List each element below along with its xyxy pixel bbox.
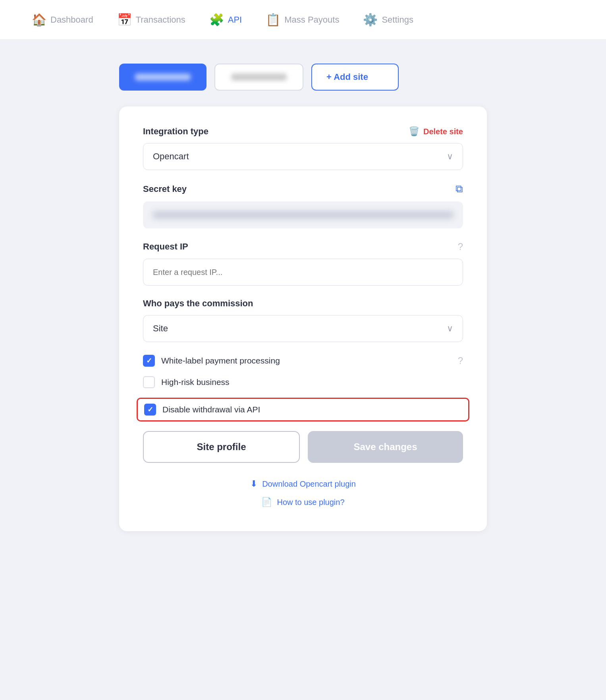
site-tab-inactive[interactable] bbox=[214, 64, 303, 91]
delete-site-label: Delete site bbox=[423, 127, 463, 136]
how-to-use-link[interactable]: 📄 How to use plugin? bbox=[261, 497, 344, 507]
secret-key-label: Secret key bbox=[143, 184, 187, 194]
nav-item-transactions[interactable]: 📅 Transactions bbox=[117, 9, 185, 31]
document-icon: 📄 bbox=[261, 497, 272, 507]
white-label-help-icon[interactable]: ? bbox=[458, 355, 463, 366]
secret-key-value bbox=[152, 211, 454, 219]
site-profile-label: Site profile bbox=[197, 441, 246, 452]
site-tab-inactive-label bbox=[231, 73, 287, 81]
nav-item-dashboard[interactable]: 🏠 Dashboard bbox=[32, 9, 93, 31]
nav-item-settings[interactable]: ⚙️ Settings bbox=[363, 9, 413, 31]
save-changes-button[interactable]: Save changes bbox=[308, 431, 463, 463]
help-icon[interactable]: ? bbox=[458, 241, 463, 252]
site-tabs-row: + Add site bbox=[119, 64, 487, 91]
nav-label-mass-payouts: Mass Payouts bbox=[284, 15, 339, 25]
integration-type-select[interactable]: Opencart ∨ bbox=[143, 143, 463, 170]
nav-item-mass-payouts[interactable]: 📋 Mass Payouts bbox=[266, 9, 339, 31]
main-content: + Add site Integration type 🗑️ Delete si… bbox=[0, 40, 606, 555]
disable-withdrawal-checkbox-label: Disable withdrawal via API bbox=[162, 405, 260, 414]
delete-site-button[interactable]: 🗑️ Delete site bbox=[409, 126, 463, 137]
request-ip-input[interactable] bbox=[143, 259, 463, 286]
nav-label-transactions: Transactions bbox=[136, 15, 185, 25]
commission-value: Site bbox=[153, 323, 168, 334]
trash-icon: 🗑️ bbox=[409, 126, 419, 137]
add-site-button[interactable]: + Add site bbox=[311, 64, 399, 91]
site-profile-button[interactable]: Site profile bbox=[143, 431, 300, 463]
high-risk-checkbox[interactable] bbox=[143, 376, 155, 388]
integration-type-header: Integration type 🗑️ Delete site bbox=[143, 126, 463, 137]
download-plugin-label: Download Opencart plugin bbox=[262, 480, 356, 489]
copy-icon[interactable]: ⧉ bbox=[455, 183, 463, 195]
card-links: ⬇ Download Opencart plugin 📄 How to use … bbox=[143, 479, 463, 507]
white-label-checkbox[interactable]: ✓ bbox=[143, 355, 155, 367]
nav-item-api[interactable]: 🧩 API bbox=[209, 9, 242, 31]
action-buttons: Site profile Save changes bbox=[143, 431, 463, 463]
integration-type-value: Opencart bbox=[153, 151, 189, 162]
checkmark-icon-2: ✓ bbox=[147, 405, 153, 414]
download-icon: ⬇ bbox=[250, 479, 257, 489]
commission-label: Who pays the commission bbox=[143, 298, 463, 309]
high-risk-checkbox-row: High-risk business bbox=[143, 376, 463, 388]
checkmark-icon: ✓ bbox=[146, 356, 152, 365]
mass-payouts-icon: 📋 bbox=[266, 13, 280, 27]
chevron-down-icon-2: ∨ bbox=[447, 323, 453, 334]
secret-key-field bbox=[143, 201, 463, 228]
settings-card: Integration type 🗑️ Delete site Opencart… bbox=[119, 106, 487, 531]
secret-key-header: Secret key ⧉ bbox=[143, 183, 463, 195]
commission-select[interactable]: Site ∨ bbox=[143, 315, 463, 342]
request-ip-label: Request IP bbox=[143, 242, 188, 252]
nav-label-settings: Settings bbox=[382, 15, 413, 25]
high-risk-checkbox-label: High-risk business bbox=[161, 377, 230, 387]
disable-withdrawal-checkbox-row: ✓ Disable withdrawal via API bbox=[137, 398, 469, 422]
settings-icon: ⚙️ bbox=[363, 13, 378, 27]
chevron-down-icon: ∨ bbox=[447, 151, 453, 162]
nav-label-api: API bbox=[228, 15, 242, 25]
api-icon: 🧩 bbox=[209, 13, 224, 27]
white-label-checkbox-row: ✓ White-label payment processing ? bbox=[143, 355, 463, 367]
top-navigation: 🏠 Dashboard 📅 Transactions 🧩 API 📋 Mass … bbox=[0, 0, 606, 40]
how-to-use-label: How to use plugin? bbox=[277, 498, 344, 507]
request-ip-header: Request IP ? bbox=[143, 241, 463, 252]
site-tab-active-label bbox=[135, 73, 191, 81]
dashboard-icon: 🏠 bbox=[32, 13, 46, 27]
transactions-icon: 📅 bbox=[117, 13, 132, 27]
disable-withdrawal-checkbox[interactable]: ✓ bbox=[144, 404, 156, 416]
site-tab-active[interactable] bbox=[119, 64, 207, 91]
download-plugin-link[interactable]: ⬇ Download Opencart plugin bbox=[250, 479, 356, 489]
save-changes-label: Save changes bbox=[353, 441, 417, 452]
add-site-label: + Add site bbox=[326, 72, 368, 82]
integration-type-label: Integration type bbox=[143, 126, 208, 137]
white-label-checkbox-label: White-label payment processing bbox=[161, 356, 280, 365]
nav-label-dashboard: Dashboard bbox=[50, 15, 93, 25]
